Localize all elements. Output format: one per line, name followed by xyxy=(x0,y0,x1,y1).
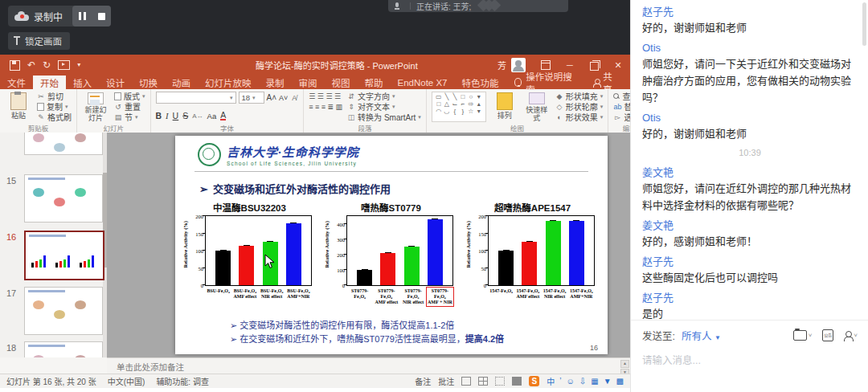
italic-button[interactable]: I xyxy=(166,112,169,120)
ime-mode-indicator[interactable]: 中 xyxy=(547,375,555,387)
ime-skin-icon[interactable]: ▼ xyxy=(604,377,612,386)
slide-thumbnail-18[interactable] xyxy=(24,341,103,357)
text-direction-button[interactable]: ⇵文字方向 ▾ xyxy=(347,92,421,100)
paste-button[interactable]: 粘贴 xyxy=(5,92,32,122)
notes-toggle-button[interactable]: 备注 xyxy=(415,375,431,387)
quick-styles-button[interactable]: 快速样式 xyxy=(523,92,551,122)
slide-canvas[interactable]: 吉林大学·生命科学学院 School of Life Sciences, Jil… xyxy=(107,133,630,357)
normal-view-icon[interactable] xyxy=(461,377,471,386)
x-tick-line: ST0779-Fe₃O₄ xyxy=(373,288,399,300)
grow-font-button[interactable]: A˄ xyxy=(267,93,277,102)
stop-recording-button[interactable] xyxy=(92,6,111,27)
redo-icon[interactable]: ↻ xyxy=(43,60,51,70)
strikethrough-button[interactable]: S xyxy=(182,111,188,120)
slide-sorter-view-icon[interactable] xyxy=(478,377,488,386)
member-button[interactable]: ˅ xyxy=(844,331,858,341)
shapes-gallery[interactable]: ▭╲╲□○▾ □△⌙⌐⇨▴ ◠◡{}☆▾ xyxy=(432,92,486,122)
bar-chart-1: 中温酶BSU32203Relative Activity (%)05010015… xyxy=(181,202,318,316)
share-button[interactable]: 共享 xyxy=(582,76,630,89)
font-name-select[interactable]: ▾ xyxy=(156,92,236,104)
send-to-dropdown[interactable]: 所有人 ▼ xyxy=(682,328,721,343)
copy-button[interactable]: 复制 ▾ xyxy=(37,102,72,111)
thumbnail-content xyxy=(75,300,86,309)
tell-me-search[interactable]: 操作说明搜索 xyxy=(506,76,583,89)
bold-button[interactable]: B xyxy=(156,111,162,120)
customize-qat-chevron-icon[interactable]: ▾ xyxy=(77,60,80,70)
ime-emoji-icon[interactable]: ☺ xyxy=(567,377,575,386)
shrink-font-button[interactable]: A˅ xyxy=(279,94,288,102)
ribbon-tab-开始[interactable]: 开始 xyxy=(33,76,66,89)
language-indicator[interactable]: 中文(中国) xyxy=(108,375,145,387)
thumbnail-number: 18 xyxy=(6,343,16,353)
chat-message-list: 赵子先好的，谢谢师姐和老师Otis师姐您好，请问一下关于近红外和交变磁场对肿瘤治… xyxy=(631,0,868,320)
ime-mic-icon[interactable]: ⇩ xyxy=(579,377,586,386)
reset-button[interactable]: ↺重置 xyxy=(114,102,145,111)
save-icon[interactable] xyxy=(10,60,20,71)
ime-toolbox-icon[interactable]: ▩ xyxy=(616,377,624,386)
chat-message-text: 师姐您好，请问一下关于近红外和交变磁场对肿瘤治疗方面的应用，您有做相关的动物实验… xyxy=(642,55,858,106)
underline-button[interactable]: U xyxy=(173,111,179,120)
change-case-button[interactable]: Aa xyxy=(207,112,217,120)
pause-recording-button[interactable] xyxy=(72,6,92,27)
slide-thumbnail-15[interactable] xyxy=(24,174,103,223)
slide-thumbnail-partial[interactable] xyxy=(24,133,103,155)
font-color-button[interactable]: A xyxy=(220,112,226,120)
char-spacing-button[interactable]: A↔ xyxy=(192,112,203,120)
lock-screen-button[interactable]: 锁定画面 xyxy=(8,32,70,50)
quick-styles-label: 快速样式 xyxy=(523,106,551,122)
ime-punct-icon[interactable]: ’ xyxy=(559,377,561,386)
ribbon-tab-切换[interactable]: 切换 xyxy=(132,76,165,89)
sogou-ime-icon[interactable]: S xyxy=(529,376,539,386)
ribbon-tab-审阅[interactable]: 审阅 xyxy=(292,76,325,89)
smartart-button[interactable]: ◫转换为 SmartArt ▾ xyxy=(347,112,421,121)
accessibility-checker[interactable]: 辅助功能: 调查 xyxy=(156,375,209,387)
ime-keyboard-icon[interactable]: ▦ xyxy=(591,377,598,386)
reading-view-icon[interactable] xyxy=(495,377,505,386)
shape-fill-button[interactable]: ◆形状填充 ▾ xyxy=(555,92,604,100)
arrange-button[interactable]: 排列 xyxy=(491,92,518,122)
notes-pane[interactable]: 单击此处添加备注 ▲▼ xyxy=(107,357,630,374)
format-painter-button[interactable]: ✎格式刷 xyxy=(37,112,72,121)
ribbon-tab-设计[interactable]: 设计 xyxy=(99,76,132,89)
account-avatar[interactable] xyxy=(511,58,526,72)
person-icon xyxy=(593,79,599,87)
chat-sender-name: Otis xyxy=(642,40,858,55)
align-text-button[interactable]: ⇕对齐文本 ▾ xyxy=(347,102,421,111)
align-buttons[interactable]: ≡ ≡ ≡ ≣ ▥ xyxy=(309,102,342,111)
ribbon-group-font: ▾ 18▾ A˄ A˅ A̸ B I U S A↔ Aa A 字体 xyxy=(151,89,305,133)
chat-scrollbar[interactable] xyxy=(862,2,866,46)
ribbon-tab-幻灯片放映[interactable]: 幻灯片放映 xyxy=(198,76,259,89)
clear-format-icon[interactable]: A̸ xyxy=(290,94,298,102)
undo-icon[interactable]: ↶ xyxy=(27,60,35,70)
ribbon-tab-插入[interactable]: 插入 xyxy=(66,76,99,89)
layout-button[interactable]: 版式 ▾ xyxy=(114,92,145,100)
shape-outline-button[interactable]: ◇形状轮廓 ▾ xyxy=(555,102,604,111)
x-tick-line: NIR effect xyxy=(542,294,568,300)
ime-toolbar[interactable]: 中 ’ ☺ ⇩ ▦ ▼ ▩ xyxy=(547,375,624,387)
ribbon-tab-录制[interactable]: 录制 xyxy=(259,76,292,89)
ribbon-tab-视图[interactable]: 视图 xyxy=(325,76,358,89)
message-input[interactable]: 请输入消息... xyxy=(642,352,858,367)
slide-16[interactable]: 吉林大学·生命科学学院 School of Life Sciences, Jil… xyxy=(175,136,608,354)
ribbon-tab-帮助[interactable]: 帮助 xyxy=(358,76,391,89)
ribbon-tab-EndNote X7[interactable]: EndNote X7 xyxy=(391,76,455,89)
bar-4 xyxy=(428,219,443,285)
slideshow-view-icon[interactable] xyxy=(512,377,522,386)
cut-button[interactable]: ✂剪切 xyxy=(37,92,72,100)
announcement-button[interactable]: 公告 xyxy=(822,329,833,341)
comments-toggle-button[interactable]: 批注 xyxy=(438,375,454,387)
ribbon-tab-特色功能[interactable]: 特色功能 xyxy=(455,76,506,89)
x-tick-label: BSU-Fe₃O₄ xyxy=(205,288,231,300)
ribbon-tab-文件[interactable]: 文件 xyxy=(0,76,33,89)
shape-effects-button[interactable]: ◐形状效果 ▾ xyxy=(555,112,604,121)
start-slideshow-icon[interactable] xyxy=(58,60,70,70)
ribbon-tab-动画[interactable]: 动画 xyxy=(165,76,198,89)
section-button[interactable]: ▤节 ▾ xyxy=(114,112,145,121)
new-slide-button[interactable]: 新建幻灯片 xyxy=(82,92,109,122)
thumbnail-mini-bar xyxy=(88,259,90,267)
slide-thumbnail-17[interactable] xyxy=(24,287,103,335)
file-share-button[interactable]: ˅ xyxy=(793,330,813,341)
list-buttons[interactable]: ☰ ☰ ☰ ☰ xyxy=(309,92,342,100)
slide-thumbnail-16[interactable] xyxy=(24,231,104,280)
font-size-select[interactable]: 18▾ xyxy=(239,92,264,104)
